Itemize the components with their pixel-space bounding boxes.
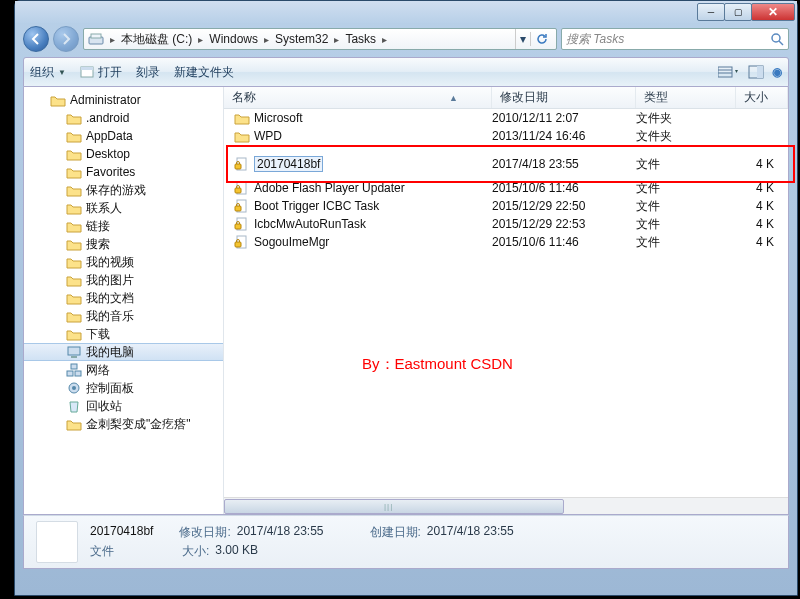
file-size: 4 K <box>736 157 788 171</box>
table-row[interactable]: 20170418bf2017/4/18 23:55文件4 K <box>224 155 788 173</box>
preview-pane-button[interactable] <box>748 65 764 79</box>
table-row[interactable]: WPD2013/11/24 16:46文件夹 <box>224 127 788 145</box>
help-button[interactable]: ◉ <box>772 65 782 79</box>
breadcrumb[interactable]: ▸ 本地磁盘 (C:) ▸ Windows ▸ System32 ▸ Tasks… <box>83 28 557 50</box>
col-name[interactable]: 名称 ▲ <box>224 87 492 108</box>
sidebar-item-label: 保存的游戏 <box>86 182 146 199</box>
svg-rect-23 <box>235 206 241 211</box>
forward-button[interactable] <box>53 26 79 52</box>
table-row[interactable]: IcbcMwAutoRunTask2015/12/29 22:53文件4 K <box>224 215 788 233</box>
col-type[interactable]: 类型 <box>636 87 736 108</box>
file-type: 文件 <box>636 180 736 197</box>
details-mod-value: 2017/4/18 23:55 <box>237 524 324 541</box>
file-large-icon <box>36 521 78 563</box>
drive-icon <box>88 31 104 47</box>
folder-icon <box>66 326 82 342</box>
sidebar-item[interactable]: 我的音乐 <box>24 307 223 325</box>
sidebar-item[interactable]: 搜索 <box>24 235 223 253</box>
sidebar-item-label: 我的电脑 <box>86 344 134 361</box>
col-date[interactable]: 修改日期 <box>492 87 636 108</box>
sidebar-item[interactable]: 链接 <box>24 217 223 235</box>
list-header: 名称 ▲ 修改日期 类型 大小 <box>224 87 788 109</box>
breadcrumb-item[interactable]: System32 <box>275 32 328 46</box>
table-row[interactable]: Adobe Flash Player Updater2015/10/6 11:4… <box>224 179 788 197</box>
svg-rect-11 <box>68 347 80 355</box>
folder-icon <box>66 398 82 414</box>
sidebar-item[interactable]: 我的图片 <box>24 271 223 289</box>
history-dropdown[interactable]: ▾ <box>515 29 530 49</box>
breadcrumb-item[interactable]: Tasks <box>345 32 376 46</box>
search-placeholder: 搜索 Tasks <box>566 31 624 48</box>
breadcrumb-sep: ▸ <box>264 34 269 45</box>
open-button[interactable]: 打开 <box>80 64 122 81</box>
breadcrumb-sep: ▸ <box>198 34 203 45</box>
table-row[interactable]: SogouImeMgr2015/10/6 11:46文件4 K <box>224 233 788 251</box>
sidebar-item[interactable]: 下载 <box>24 325 223 343</box>
folder-icon <box>66 164 82 180</box>
sidebar-item[interactable]: 我的文档 <box>24 289 223 307</box>
back-button[interactable] <box>23 26 49 52</box>
refresh-button[interactable] <box>530 32 552 46</box>
sidebar-item-label: 金刺梨变成"金疙瘩" <box>86 416 191 433</box>
file-date: 2017/4/18 23:55 <box>492 157 636 171</box>
details-mod-label: 修改日期: <box>179 524 230 541</box>
sort-indicator-icon: ▲ <box>449 93 458 103</box>
file-type: 文件 <box>636 198 736 215</box>
sidebar-item-label: AppData <box>86 129 133 143</box>
file-date: 2015/12/29 22:50 <box>492 199 636 213</box>
file-size: 4 K <box>736 235 788 249</box>
file-date: 2010/12/11 2:07 <box>492 111 636 125</box>
sidebar-item[interactable]: .android <box>24 109 223 127</box>
horizontal-scrollbar[interactable]: ||| <box>224 497 788 514</box>
folder-icon <box>66 128 82 144</box>
tree-root[interactable]: Administrator <box>24 91 223 109</box>
sidebar-item-label: 我的视频 <box>86 254 134 271</box>
svg-rect-19 <box>235 164 241 169</box>
sidebar-item[interactable]: 联系人 <box>24 199 223 217</box>
sidebar-item[interactable]: 网络 <box>24 361 223 379</box>
svg-rect-15 <box>71 364 77 369</box>
file-name: Adobe Flash Player Updater <box>254 181 405 195</box>
sidebar-item[interactable]: AppData <box>24 127 223 145</box>
new-folder-button[interactable]: 新建文件夹 <box>174 64 234 81</box>
sidebar-item[interactable]: 金刺梨变成"金疙瘩" <box>24 415 223 433</box>
sidebar-item[interactable]: 我的视频 <box>24 253 223 271</box>
sidebar-item-label: 链接 <box>86 218 110 235</box>
burn-button[interactable]: 刻录 <box>136 64 160 81</box>
breadcrumb-item[interactable]: Windows <box>209 32 258 46</box>
sidebar-item[interactable]: 我的电脑 <box>24 343 223 361</box>
sidebar-item-label: 我的文档 <box>86 290 134 307</box>
minimize-button[interactable]: ─ <box>697 3 725 21</box>
sidebar-item-label: 联系人 <box>86 200 122 217</box>
sidebar-item[interactable]: Favorites <box>24 163 223 181</box>
breadcrumb-item[interactable]: 本地磁盘 (C:) <box>121 31 192 48</box>
file-size: 4 K <box>736 181 788 195</box>
svg-rect-6 <box>718 67 732 77</box>
close-button[interactable]: ✕ <box>751 3 795 21</box>
scrollbar-grip-icon: ||| <box>384 502 393 511</box>
folder-icon <box>66 218 82 234</box>
table-row[interactable]: Boot Trigger ICBC Task2015/12/29 22:50文件… <box>224 197 788 215</box>
watermark-text: By：Eastmount CSDN <box>362 355 513 374</box>
organize-button[interactable]: 组织 ▼ <box>30 64 66 81</box>
scrollbar-thumb[interactable] <box>224 499 564 514</box>
details-type: 文件 <box>90 543 114 560</box>
tree-pane[interactable]: Administrator .androidAppDataDesktopFavo… <box>24 87 224 514</box>
sidebar-item[interactable]: 回收站 <box>24 397 223 415</box>
maximize-button[interactable]: ▢ <box>724 3 752 21</box>
search-input[interactable]: 搜索 Tasks <box>561 28 789 50</box>
svg-rect-1 <box>91 34 101 38</box>
table-row[interactable]: Microsoft2010/12/11 2:07文件夹 <box>224 109 788 127</box>
list-body[interactable]: Microsoft2010/12/11 2:07文件夹WPD2013/11/24… <box>224 109 788 497</box>
lockfile-icon <box>234 180 250 196</box>
col-size[interactable]: 大小 <box>736 87 788 108</box>
folder-icon <box>234 110 250 126</box>
sidebar-item[interactable]: Desktop <box>24 145 223 163</box>
sidebar-item[interactable]: 保存的游戏 <box>24 181 223 199</box>
sidebar-item[interactable]: 控制面板 <box>24 379 223 397</box>
window-buttons: ─ ▢ ✕ <box>697 3 795 21</box>
lockfile-icon <box>234 234 250 250</box>
details-name: 20170418bf <box>90 524 153 541</box>
file-name: Boot Trigger ICBC Task <box>254 199 379 213</box>
view-button[interactable] <box>718 65 740 79</box>
